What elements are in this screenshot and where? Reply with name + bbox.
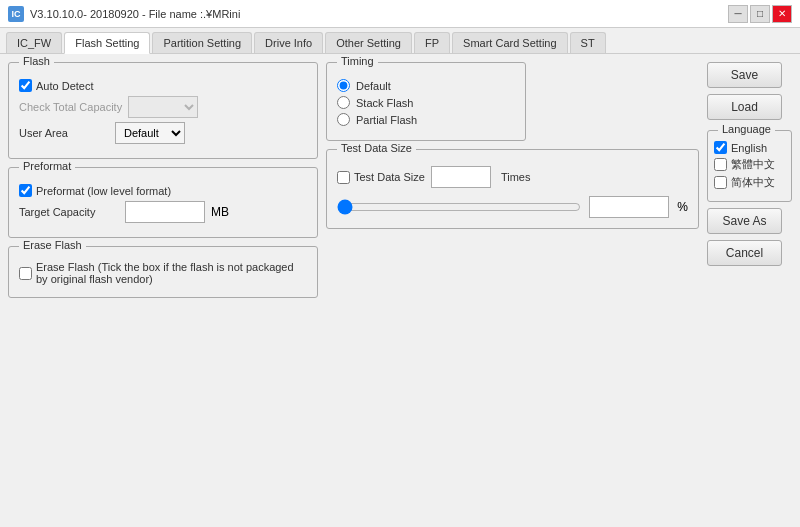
- erase-flash-text: Erase Flash (Tick the box if the flash i…: [36, 261, 307, 285]
- user-area-row: User Area Default: [19, 122, 307, 144]
- language-title: Language: [718, 123, 775, 135]
- language-group: Language English 繁體中文 简体中文: [707, 130, 792, 202]
- title-text: V3.10.10.0- 20180920 - File name :.¥MRin…: [30, 8, 240, 20]
- preformat-text: Preformat (low level format): [36, 185, 171, 197]
- lang-english-row: English: [714, 141, 785, 154]
- slider-row: %: [337, 196, 688, 218]
- preformat-checkbox-row: Preformat (low level format): [19, 184, 307, 197]
- minimize-button[interactable]: ─: [728, 5, 748, 23]
- timing-group: Timing Default Stack Flash Partial Flash: [326, 62, 526, 141]
- erase-flash-row: Erase Flash (Tick the box if the flash i…: [19, 261, 307, 285]
- tab-drive-info[interactable]: Drive Info: [254, 32, 323, 53]
- timing-stack-label: Stack Flash: [356, 97, 413, 109]
- cancel-button[interactable]: Cancel: [707, 240, 782, 266]
- test-data-text: Test Data Size: [354, 171, 425, 183]
- tab-st[interactable]: ST: [570, 32, 606, 53]
- lang-traditional-row: 繁體中文: [714, 157, 785, 172]
- check-total-capacity-row: Check Total Capacity: [19, 96, 307, 118]
- tab-smart-card-setting[interactable]: Smart Card Setting: [452, 32, 568, 53]
- user-area-label: User Area: [19, 127, 109, 139]
- auto-detect-label[interactable]: Auto Detect: [19, 79, 109, 92]
- timing-stack-radio[interactable]: [337, 96, 350, 109]
- timing-partial-label: Partial Flash: [356, 114, 417, 126]
- target-capacity-label: Target Capacity: [19, 206, 119, 218]
- tab-partition-setting[interactable]: Partition Setting: [152, 32, 252, 53]
- timing-partial-radio[interactable]: [337, 113, 350, 126]
- tab-bar: IC_FW Flash Setting Partition Setting Dr…: [0, 28, 800, 54]
- window-controls: ─ □ ✕: [728, 5, 792, 23]
- timing-default-row: Default: [337, 79, 515, 92]
- auto-detect-row: Auto Detect: [19, 79, 307, 92]
- test-data-label[interactable]: Test Data Size: [337, 171, 425, 184]
- lang-traditional-checkbox[interactable]: [714, 158, 727, 171]
- preformat-group-title: Preformat: [19, 160, 75, 172]
- timing-partial-row: Partial Flash: [337, 113, 515, 126]
- auto-detect-checkbox[interactable]: [19, 79, 32, 92]
- test-data-slider[interactable]: [337, 198, 581, 216]
- timing-default-label: Default: [356, 80, 391, 92]
- middle-top: Timing Default Stack Flash Partial Flash: [326, 62, 699, 141]
- lang-simplified-row: 简体中文: [714, 175, 785, 190]
- auto-detect-text: Auto Detect: [36, 80, 93, 92]
- lang-traditional-label: 繁體中文: [731, 157, 775, 172]
- tab-fp[interactable]: FP: [414, 32, 450, 53]
- target-capacity-row: Target Capacity MB: [19, 201, 307, 223]
- target-capacity-unit: MB: [211, 205, 229, 219]
- lang-english-checkbox[interactable]: [714, 141, 727, 154]
- test-data-size-group: Test Data Size Test Data Size Times %: [326, 149, 699, 229]
- erase-flash-group: Erase Flash Erase Flash (Tick the box if…: [8, 246, 318, 298]
- lang-simplified-label: 简体中文: [731, 175, 775, 190]
- test-data-checkbox[interactable]: [337, 171, 350, 184]
- save-as-button[interactable]: Save As: [707, 208, 782, 234]
- save-button[interactable]: Save: [707, 62, 782, 88]
- load-button[interactable]: Load: [707, 94, 782, 120]
- erase-flash-title: Erase Flash: [19, 239, 86, 251]
- timing-stack-row: Stack Flash: [337, 96, 515, 109]
- timing-group-title: Timing: [337, 55, 378, 67]
- preformat-label[interactable]: Preformat (low level format): [19, 184, 171, 197]
- times-label: Times: [501, 171, 531, 183]
- test-data-row: Test Data Size Times: [337, 166, 688, 188]
- main-content: Flash Auto Detect Check Total Capacity U…: [0, 54, 800, 521]
- test-data-size-title: Test Data Size: [337, 142, 416, 154]
- maximize-button[interactable]: □: [750, 5, 770, 23]
- tab-ic-fw[interactable]: IC_FW: [6, 32, 62, 53]
- right-panel: Save Load Language English 繁體中文 简体中文 Sav…: [707, 62, 792, 513]
- flash-group: Flash Auto Detect Check Total Capacity U…: [8, 62, 318, 159]
- check-total-capacity-label: Check Total Capacity: [19, 101, 122, 113]
- preformat-group: Preformat Preformat (low level format) T…: [8, 167, 318, 238]
- tab-other-setting[interactable]: Other Setting: [325, 32, 412, 53]
- title-bar: IC V3.10.10.0- 20180920 - File name :.¥M…: [0, 0, 800, 28]
- lang-english-label: English: [731, 142, 767, 154]
- percent-symbol: %: [677, 200, 688, 214]
- flash-group-title: Flash: [19, 55, 54, 67]
- content-area: Flash Auto Detect Check Total Capacity U…: [8, 62, 699, 513]
- erase-flash-checkbox[interactable]: [19, 267, 32, 280]
- user-area-select[interactable]: Default: [115, 122, 185, 144]
- erase-flash-label[interactable]: Erase Flash (Tick the box if the flash i…: [19, 261, 307, 285]
- check-total-capacity-select[interactable]: [128, 96, 198, 118]
- app-icon: IC: [8, 6, 24, 22]
- close-button[interactable]: ✕: [772, 5, 792, 23]
- timing-default-radio[interactable]: [337, 79, 350, 92]
- percent-input[interactable]: [589, 196, 669, 218]
- left-column: Flash Auto Detect Check Total Capacity U…: [8, 62, 318, 513]
- lang-simplified-checkbox[interactable]: [714, 176, 727, 189]
- test-data-input[interactable]: [431, 166, 491, 188]
- preformat-checkbox[interactable]: [19, 184, 32, 197]
- target-capacity-input[interactable]: [125, 201, 205, 223]
- tab-flash-setting[interactable]: Flash Setting: [64, 32, 150, 54]
- center-column: Timing Default Stack Flash Partial Flash: [326, 62, 699, 513]
